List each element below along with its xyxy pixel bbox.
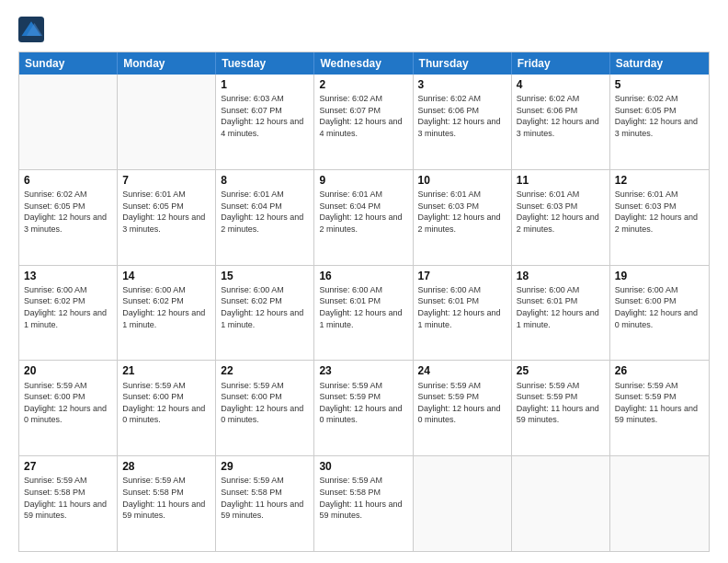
calendar-cell: 14Sunrise: 6:00 AM Sunset: 6:02 PM Dayli… xyxy=(118,266,216,361)
calendar-cell: 8Sunrise: 6:01 AM Sunset: 6:04 PM Daylig… xyxy=(216,170,314,265)
day-number: 15 xyxy=(221,269,309,283)
day-number: 17 xyxy=(418,269,506,283)
calendar-cell: 13Sunrise: 6:00 AM Sunset: 6:02 PM Dayli… xyxy=(19,266,118,361)
calendar-cell: 2Sunrise: 6:02 AM Sunset: 6:07 PM Daylig… xyxy=(314,75,413,169)
day-info: Sunrise: 6:02 AM Sunset: 6:06 PM Dayligh… xyxy=(418,93,506,139)
day-number: 2 xyxy=(319,77,407,92)
weekday-header: Monday xyxy=(118,52,216,75)
weekday-header: Friday xyxy=(512,52,610,75)
day-number: 7 xyxy=(122,173,210,188)
calendar-cell: 3Sunrise: 6:02 AM Sunset: 6:06 PM Daylig… xyxy=(414,75,512,169)
calendar-cell xyxy=(610,456,709,551)
day-info: Sunrise: 6:02 AM Sunset: 6:07 PM Dayligh… xyxy=(319,93,407,139)
day-number: 13 xyxy=(24,269,112,283)
calendar-cell: 26Sunrise: 5:59 AM Sunset: 5:59 PM Dayli… xyxy=(610,361,709,455)
calendar-cell: 30Sunrise: 5:59 AM Sunset: 5:58 PM Dayli… xyxy=(314,456,413,551)
day-info: Sunrise: 5:59 AM Sunset: 6:00 PM Dayligh… xyxy=(221,380,309,426)
day-number: 9 xyxy=(319,173,407,188)
page-header xyxy=(18,15,710,42)
day-number: 28 xyxy=(122,459,210,474)
day-info: Sunrise: 6:00 AM Sunset: 6:01 PM Dayligh… xyxy=(319,284,407,330)
calendar-cell: 19Sunrise: 6:00 AM Sunset: 6:00 PM Dayli… xyxy=(610,266,709,361)
day-info: Sunrise: 6:03 AM Sunset: 6:07 PM Dayligh… xyxy=(221,93,309,139)
day-number: 14 xyxy=(122,269,210,283)
calendar-cell: 25Sunrise: 5:59 AM Sunset: 5:59 PM Dayli… xyxy=(512,361,610,455)
calendar-cell: 24Sunrise: 5:59 AM Sunset: 5:59 PM Dayli… xyxy=(414,361,512,455)
day-number: 8 xyxy=(221,173,309,188)
day-info: Sunrise: 6:01 AM Sunset: 6:04 PM Dayligh… xyxy=(221,189,309,235)
calendar-row: 20Sunrise: 5:59 AM Sunset: 6:00 PM Dayli… xyxy=(19,360,709,455)
day-number: 10 xyxy=(418,173,506,188)
calendar: SundayMondayTuesdayWednesdayThursdayFrid… xyxy=(18,52,710,552)
calendar-cell: 16Sunrise: 6:00 AM Sunset: 6:01 PM Dayli… xyxy=(314,266,413,361)
day-info: Sunrise: 6:02 AM Sunset: 6:06 PM Dayligh… xyxy=(517,93,605,139)
day-info: Sunrise: 6:00 AM Sunset: 6:01 PM Dayligh… xyxy=(517,284,605,330)
weekday-header: Sunday xyxy=(19,52,118,75)
day-number: 24 xyxy=(418,363,506,378)
calendar-cell: 27Sunrise: 5:59 AM Sunset: 5:58 PM Dayli… xyxy=(19,456,118,551)
day-info: Sunrise: 5:59 AM Sunset: 5:59 PM Dayligh… xyxy=(517,380,605,426)
logo-icon xyxy=(18,17,44,42)
weekday-header: Wednesday xyxy=(314,52,413,75)
calendar-cell: 17Sunrise: 6:00 AM Sunset: 6:01 PM Dayli… xyxy=(414,266,512,361)
day-number: 27 xyxy=(24,459,112,474)
calendar-cell xyxy=(118,75,216,169)
day-number: 19 xyxy=(615,269,704,283)
calendar-cell: 18Sunrise: 6:00 AM Sunset: 6:01 PM Dayli… xyxy=(512,266,610,361)
day-info: Sunrise: 5:59 AM Sunset: 5:59 PM Dayligh… xyxy=(418,380,506,426)
day-number: 18 xyxy=(517,269,605,283)
day-number: 23 xyxy=(319,363,407,378)
calendar-cell xyxy=(19,75,118,169)
calendar-cell: 28Sunrise: 5:59 AM Sunset: 5:58 PM Dayli… xyxy=(118,456,216,551)
weekday-header: Saturday xyxy=(610,52,709,75)
day-info: Sunrise: 6:01 AM Sunset: 6:03 PM Dayligh… xyxy=(418,189,506,235)
calendar-row: 13Sunrise: 6:00 AM Sunset: 6:02 PM Dayli… xyxy=(19,265,709,361)
day-number: 4 xyxy=(517,77,605,92)
day-number: 5 xyxy=(615,77,704,92)
day-info: Sunrise: 6:00 AM Sunset: 6:02 PM Dayligh… xyxy=(122,284,210,330)
calendar-cell: 23Sunrise: 5:59 AM Sunset: 5:59 PM Dayli… xyxy=(314,361,413,455)
calendar-cell: 6Sunrise: 6:02 AM Sunset: 6:05 PM Daylig… xyxy=(19,170,118,265)
logo xyxy=(18,18,46,42)
calendar-row: 6Sunrise: 6:02 AM Sunset: 6:05 PM Daylig… xyxy=(19,169,709,265)
day-info: Sunrise: 6:00 AM Sunset: 6:00 PM Dayligh… xyxy=(615,284,704,330)
calendar-cell: 7Sunrise: 6:01 AM Sunset: 6:05 PM Daylig… xyxy=(118,170,216,265)
calendar-cell: 29Sunrise: 5:59 AM Sunset: 5:58 PM Dayli… xyxy=(216,456,314,551)
day-info: Sunrise: 6:02 AM Sunset: 6:05 PM Dayligh… xyxy=(24,189,112,235)
day-number: 22 xyxy=(221,363,309,378)
calendar-cell: 10Sunrise: 6:01 AM Sunset: 6:03 PM Dayli… xyxy=(414,170,512,265)
day-info: Sunrise: 5:59 AM Sunset: 5:59 PM Dayligh… xyxy=(615,380,704,426)
day-info: Sunrise: 5:59 AM Sunset: 5:58 PM Dayligh… xyxy=(24,475,112,521)
calendar-cell: 5Sunrise: 6:02 AM Sunset: 6:05 PM Daylig… xyxy=(610,75,709,169)
day-info: Sunrise: 6:02 AM Sunset: 6:05 PM Dayligh… xyxy=(615,93,704,139)
day-number: 20 xyxy=(24,363,112,378)
day-info: Sunrise: 5:59 AM Sunset: 5:59 PM Dayligh… xyxy=(319,380,407,426)
day-number: 21 xyxy=(122,363,210,378)
calendar-row: 27Sunrise: 5:59 AM Sunset: 5:58 PM Dayli… xyxy=(19,455,709,551)
calendar-cell: 1Sunrise: 6:03 AM Sunset: 6:07 PM Daylig… xyxy=(216,75,314,169)
day-number: 25 xyxy=(517,363,605,378)
calendar-cell: 11Sunrise: 6:01 AM Sunset: 6:03 PM Dayli… xyxy=(512,170,610,265)
day-number: 16 xyxy=(319,269,407,283)
day-number: 30 xyxy=(319,459,407,474)
day-info: Sunrise: 6:01 AM Sunset: 6:05 PM Dayligh… xyxy=(122,189,210,235)
calendar-cell: 21Sunrise: 5:59 AM Sunset: 6:00 PM Dayli… xyxy=(118,361,216,455)
calendar-cell: 15Sunrise: 6:00 AM Sunset: 6:02 PM Dayli… xyxy=(216,266,314,361)
day-info: Sunrise: 6:01 AM Sunset: 6:04 PM Dayligh… xyxy=(319,189,407,235)
day-number: 26 xyxy=(615,363,704,378)
day-info: Sunrise: 5:59 AM Sunset: 5:58 PM Dayligh… xyxy=(221,475,309,521)
day-number: 29 xyxy=(221,459,309,474)
day-number: 1 xyxy=(221,77,309,92)
day-info: Sunrise: 6:00 AM Sunset: 6:01 PM Dayligh… xyxy=(418,284,506,330)
day-info: Sunrise: 6:00 AM Sunset: 6:02 PM Dayligh… xyxy=(221,284,309,330)
calendar-cell: 9Sunrise: 6:01 AM Sunset: 6:04 PM Daylig… xyxy=(314,170,413,265)
calendar-row: 1Sunrise: 6:03 AM Sunset: 6:07 PM Daylig… xyxy=(19,75,709,169)
day-info: Sunrise: 6:01 AM Sunset: 6:03 PM Dayligh… xyxy=(615,189,704,235)
calendar-cell: 22Sunrise: 5:59 AM Sunset: 6:00 PM Dayli… xyxy=(216,361,314,455)
calendar-page: SundayMondayTuesdayWednesdayThursdayFrid… xyxy=(0,0,728,563)
calendar-body: 1Sunrise: 6:03 AM Sunset: 6:07 PM Daylig… xyxy=(19,75,709,551)
day-number: 6 xyxy=(24,173,112,188)
day-number: 11 xyxy=(517,173,605,188)
calendar-header: SundayMondayTuesdayWednesdayThursdayFrid… xyxy=(19,52,709,75)
day-info: Sunrise: 5:59 AM Sunset: 5:58 PM Dayligh… xyxy=(319,475,407,521)
